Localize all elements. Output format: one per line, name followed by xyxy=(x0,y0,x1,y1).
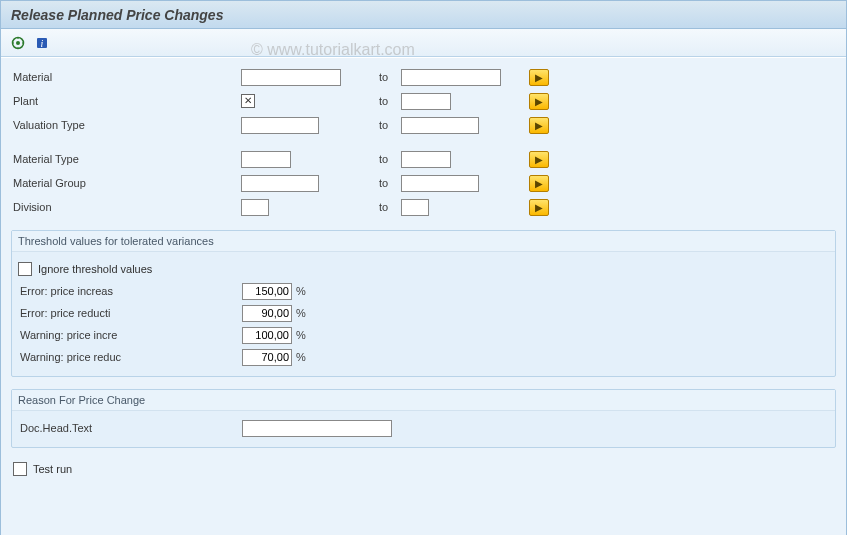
reason-group: Reason For Price Change Doc.Head.Text xyxy=(11,389,836,448)
threshold-label: Error: price reducti xyxy=(18,307,242,319)
unit-label: % xyxy=(296,307,306,319)
arrow-right-icon: ▶ xyxy=(535,154,543,165)
field-label: Plant xyxy=(11,95,241,107)
to-input[interactable] xyxy=(401,175,479,192)
to-label: to xyxy=(351,153,401,165)
ignore-threshold-checkbox[interactable] xyxy=(18,262,32,276)
arrow-right-icon: ▶ xyxy=(535,96,543,107)
selection-row: Material Groupto▶ xyxy=(11,172,836,194)
multiple-selection-button[interactable]: ▶ xyxy=(529,175,549,192)
from-input[interactable] xyxy=(241,69,341,86)
from-input[interactable] xyxy=(241,199,269,216)
arrow-right-icon: ▶ xyxy=(535,178,543,189)
arrow-right-icon: ▶ xyxy=(535,72,543,83)
svg-text:i: i xyxy=(41,38,44,49)
threshold-input[interactable] xyxy=(242,283,292,300)
field-label: Material Group xyxy=(11,177,241,189)
to-input[interactable] xyxy=(401,93,451,110)
reason-label: Doc.Head.Text xyxy=(18,422,242,434)
svg-point-1 xyxy=(16,41,20,45)
threshold-group: Threshold values for tolerated variances… xyxy=(11,230,836,377)
arrow-right-icon: ▶ xyxy=(535,120,543,131)
field-label: Valuation Type xyxy=(11,119,241,131)
threshold-input[interactable] xyxy=(242,327,292,344)
watermark-text: © www.tutorialkart.com xyxy=(251,57,415,59)
selection-row: Valuation Typeto▶ xyxy=(11,114,836,136)
reason-title: Reason For Price Change xyxy=(12,390,835,411)
multiple-selection-button[interactable]: ▶ xyxy=(529,69,549,86)
page-title: Release Planned Price Changes xyxy=(11,7,223,23)
selection-row: Divisionto▶ xyxy=(11,196,836,218)
reason-input[interactable] xyxy=(242,420,392,437)
ignore-threshold-label: Ignore threshold values xyxy=(38,263,152,275)
from-input[interactable] xyxy=(241,151,291,168)
to-input[interactable] xyxy=(401,117,479,134)
test-run-checkbox[interactable] xyxy=(13,462,27,476)
threshold-title: Threshold values for tolerated variances xyxy=(12,231,835,252)
to-input[interactable] xyxy=(401,151,451,168)
threshold-row: Error: price reducti% xyxy=(18,302,829,324)
from-input[interactable] xyxy=(241,117,319,134)
unit-label: % xyxy=(296,329,306,341)
execute-icon[interactable] xyxy=(9,34,27,52)
to-input[interactable] xyxy=(401,199,429,216)
from-input[interactable] xyxy=(241,175,319,192)
to-label: to xyxy=(351,71,401,83)
selection-row: Plant✕to▶ xyxy=(11,90,836,112)
multiple-selection-button[interactable]: ▶ xyxy=(529,151,549,168)
threshold-row: Warning: price reduc% xyxy=(18,346,829,368)
threshold-row: Warning: price incre% xyxy=(18,324,829,346)
to-label: to xyxy=(351,177,401,189)
to-label: to xyxy=(351,95,401,107)
threshold-input[interactable] xyxy=(242,349,292,366)
to-label: to xyxy=(351,201,401,213)
info-icon[interactable]: i xyxy=(33,34,51,52)
selection-row: Materialto▶ xyxy=(11,66,836,88)
title-bar: Release Planned Price Changes xyxy=(1,1,846,29)
to-label: to xyxy=(351,119,401,131)
field-label: Material xyxy=(11,71,241,83)
unit-label: % xyxy=(296,285,306,297)
test-run-label: Test run xyxy=(33,463,72,475)
threshold-label: Warning: price incre xyxy=(18,329,242,341)
field-label: Division xyxy=(11,201,241,213)
selection-row: Material Typeto▶ xyxy=(11,148,836,170)
test-run-row: Test run xyxy=(11,462,836,476)
multiple-selection-button[interactable]: ▶ xyxy=(529,93,549,110)
threshold-label: Error: price increas xyxy=(18,285,242,297)
selection-block-1: Materialto▶Plant✕to▶Valuation Typeto▶ xyxy=(11,66,836,136)
multiple-selection-button[interactable]: ▶ xyxy=(529,199,549,216)
multiple-selection-button[interactable]: ▶ xyxy=(529,117,549,134)
field-label: Material Type xyxy=(11,153,241,165)
threshold-label: Warning: price reduc xyxy=(18,351,242,363)
unit-label: % xyxy=(296,351,306,363)
main-area: © www.tutorialkart.com Materialto▶Plant✕… xyxy=(1,57,846,535)
to-input[interactable] xyxy=(401,69,501,86)
plant-checkbox[interactable]: ✕ xyxy=(241,94,255,108)
ignore-threshold-row: Ignore threshold values xyxy=(18,258,829,280)
selection-block-2: Material Typeto▶Material Groupto▶Divisio… xyxy=(11,148,836,218)
arrow-right-icon: ▶ xyxy=(535,202,543,213)
toolbar: i xyxy=(1,29,846,57)
threshold-row: Error: price increas% xyxy=(18,280,829,302)
threshold-input[interactable] xyxy=(242,305,292,322)
